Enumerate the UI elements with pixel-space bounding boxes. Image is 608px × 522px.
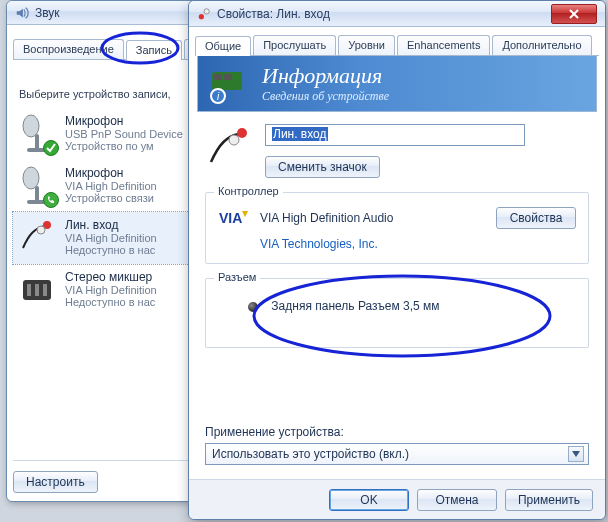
phone-badge-icon bbox=[43, 192, 59, 208]
properties-title-text: Свойства: Лин. вход bbox=[217, 7, 330, 21]
usage-section: Применение устройства: Использовать это … bbox=[205, 425, 589, 465]
banner-subtitle: Сведения об устройстве bbox=[262, 89, 389, 104]
soundcard-icon: i bbox=[208, 62, 252, 106]
device-sub: USB PnP Sound Device bbox=[65, 128, 183, 140]
sound-window: Звук Воспроизведение Запись Зву Выберите… bbox=[6, 0, 198, 502]
sound-title-text: Звук bbox=[35, 6, 60, 20]
check-badge-icon bbox=[43, 140, 59, 156]
svg-rect-16 bbox=[224, 74, 232, 80]
svg-point-7 bbox=[37, 226, 45, 234]
jack-legend: Разъем bbox=[214, 271, 260, 283]
device-row[interactable]: Микрофон VIA High Definition Устройство … bbox=[13, 160, 191, 212]
ok-button[interactable]: OK bbox=[329, 489, 409, 511]
device-row[interactable]: Микрофон USB PnP Sound Device Устройство… bbox=[13, 108, 191, 160]
apply-button[interactable]: Применить bbox=[505, 489, 593, 511]
svg-rect-1 bbox=[35, 134, 39, 150]
tab-recording[interactable]: Запись bbox=[126, 40, 182, 60]
device-sub: VIA High Definition bbox=[65, 284, 157, 296]
jack-location-text: Задняя панель Разъем 3,5 мм bbox=[271, 299, 439, 313]
close-icon bbox=[569, 9, 579, 19]
device-status: Недоступно в нас bbox=[65, 296, 157, 308]
banner-title: Информация bbox=[262, 63, 389, 89]
svg-point-3 bbox=[23, 167, 39, 189]
tab-general[interactable]: Общие bbox=[195, 36, 251, 56]
sound-button-bar: Настроить bbox=[13, 460, 191, 493]
svg-text:VIA: VIA bbox=[219, 210, 242, 226]
device-name-input[interactable]: Лин. вход bbox=[265, 124, 525, 146]
speaker-icon bbox=[15, 6, 29, 20]
configure-button[interactable]: Настроить bbox=[13, 471, 98, 493]
tab-playback[interactable]: Воспроизведение bbox=[13, 39, 124, 59]
device-sub: VIA High Definition bbox=[65, 232, 157, 244]
device-title: Микрофон bbox=[65, 114, 183, 128]
tab-levels[interactable]: Уровни bbox=[338, 35, 395, 55]
svg-rect-10 bbox=[35, 284, 39, 296]
line-in-jack-icon bbox=[205, 124, 253, 172]
tab-enhancements[interactable]: Enhancements bbox=[397, 35, 490, 55]
usage-value: Использовать это устройство (вкл.) bbox=[212, 447, 409, 461]
sound-tabs: Воспроизведение Запись Зву bbox=[13, 39, 191, 60]
cancel-button[interactable]: Отмена bbox=[417, 489, 497, 511]
svg-point-13 bbox=[204, 8, 209, 13]
change-icon-button[interactable]: Сменить значок bbox=[265, 156, 380, 178]
properties-titlebar[interactable]: Свойства: Лин. вход bbox=[189, 1, 605, 27]
microphone-icon bbox=[17, 166, 57, 206]
info-banner: i Информация Сведения об устройстве bbox=[197, 56, 597, 112]
controller-properties-button[interactable]: Свойства bbox=[496, 207, 576, 229]
device-row[interactable]: Стерео микшер VIA High Definition Недост… bbox=[13, 264, 191, 316]
svg-rect-11 bbox=[43, 284, 47, 296]
svg-rect-4 bbox=[35, 186, 39, 202]
svg-point-20 bbox=[229, 135, 239, 145]
controller-name: VIA High Definition Audio bbox=[260, 211, 486, 225]
device-status: Недоступно в нас bbox=[65, 244, 157, 256]
usage-label: Применение устройства: bbox=[205, 425, 589, 439]
svg-point-12 bbox=[199, 14, 204, 19]
properties-tabs: Общие Прослушать Уровни Enhancements Доп… bbox=[195, 35, 599, 56]
controller-group: Контроллер VIA VIA High Definition Audio… bbox=[205, 192, 589, 264]
tab-advanced[interactable]: Дополнительно bbox=[492, 35, 591, 55]
svg-rect-9 bbox=[27, 284, 31, 296]
device-title: Микрофон bbox=[65, 166, 157, 180]
stereo-mix-icon bbox=[17, 270, 57, 310]
close-button[interactable] bbox=[551, 4, 597, 24]
svg-point-0 bbox=[23, 115, 39, 137]
chevron-down-icon bbox=[568, 446, 584, 462]
microphone-icon bbox=[17, 114, 57, 154]
usage-combobox[interactable]: Использовать это устройство (вкл.) bbox=[205, 443, 589, 465]
instruction-text: Выберите устройство записи, bbox=[7, 60, 197, 106]
device-status: Устройство связи bbox=[65, 192, 157, 204]
svg-rect-15 bbox=[214, 74, 222, 80]
via-logo-icon: VIA bbox=[218, 207, 250, 229]
device-row[interactable]: Лин. вход VIA High Definition Недоступно… bbox=[13, 212, 191, 264]
device-status: Устройство по ум bbox=[65, 140, 183, 152]
device-title: Стерео микшер bbox=[65, 270, 157, 284]
device-title: Лин. вход bbox=[65, 218, 157, 232]
tab-listen[interactable]: Прослушать bbox=[253, 35, 336, 55]
jack-group: Разъем Задняя панель Разъем 3,5 мм bbox=[205, 278, 589, 348]
sound-titlebar[interactable]: Звук bbox=[7, 1, 197, 25]
line-in-jack-icon bbox=[17, 218, 57, 258]
device-sub: VIA High Definition bbox=[65, 180, 157, 192]
device-icon bbox=[197, 7, 211, 21]
jack-color-icon bbox=[248, 302, 258, 312]
controller-legend: Контроллер bbox=[214, 185, 283, 197]
properties-window: Свойства: Лин. вход Общие Прослушать Уро… bbox=[188, 0, 606, 520]
properties-footer: OK Отмена Применить bbox=[189, 479, 605, 519]
vendor-link[interactable]: VIA Technologies, Inc. bbox=[260, 237, 378, 251]
svg-point-19 bbox=[237, 128, 247, 138]
device-list: Микрофон USB PnP Sound Device Устройство… bbox=[13, 108, 191, 316]
